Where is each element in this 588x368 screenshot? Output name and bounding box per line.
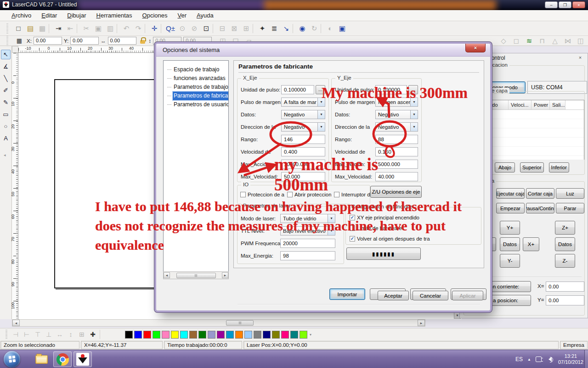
- world-icon[interactable]: ◐: [325, 23, 336, 34]
- color-swatch[interactable]: [235, 331, 243, 339]
- select-tool[interactable]: ↖: [1, 50, 11, 59]
- curve-tool[interactable]: ✎: [1, 98, 11, 107]
- menu-item[interactable]: Herramientas: [91, 10, 137, 21]
- undo-icon[interactable]: ↶: [121, 23, 132, 34]
- rotate-icon[interactable]: ↻: [309, 23, 320, 34]
- language-indicator[interactable]: ES: [515, 356, 523, 362]
- menu-item[interactable]: Ver: [172, 10, 192, 21]
- ungroup-icon[interactable]: ⊠: [229, 23, 240, 34]
- grid-origin-icon[interactable]: ▦: [14, 35, 25, 46]
- tree-item[interactable]: Parametros de trabajo: [164, 83, 228, 92]
- param-field[interactable]: 20000: [280, 239, 335, 248]
- toolbar-icon[interactable]: [77, 24, 80, 33]
- node-icon[interactable]: ◉: [297, 23, 308, 34]
- zoom-window-icon[interactable]: ⊙: [177, 23, 188, 34]
- pan-icon[interactable]: ✛: [149, 23, 160, 34]
- color-swatch[interactable]: [254, 331, 261, 339]
- color-swatch[interactable]: [198, 331, 206, 339]
- table-header[interactable]: Sali...: [550, 100, 565, 109]
- jog-z-minus-button[interactable]: Z-: [555, 254, 575, 268]
- palette-more-icon[interactable]: ▾: [310, 333, 311, 337]
- jog-x-plus-button[interactable]: X+: [523, 237, 539, 251]
- toolbar-icon[interactable]: [213, 24, 216, 33]
- color-swatch[interactable]: [281, 331, 289, 339]
- checkbox-icon[interactable]: [350, 236, 355, 242]
- node-edit-tool[interactable]: ∡: [1, 62, 11, 71]
- lock-ratio-icon[interactable]: [140, 40, 145, 44]
- distribute-icon[interactable]: ⊞: [76, 329, 87, 339]
- machine-button[interactable]: Pausa/Continu: [526, 203, 554, 213]
- color-swatch[interactable]: [134, 331, 142, 339]
- network-icon[interactable]: [536, 356, 542, 362]
- data-list-icon[interactable]: ≣: [269, 23, 280, 34]
- center-h-icon[interactable]: ↔: [54, 329, 65, 339]
- start-button[interactable]: [4, 351, 20, 368]
- machine-button[interactable]: Ejecutar caja: [496, 188, 525, 199]
- maximize-button[interactable]: ❐: [559, 1, 571, 8]
- pick-icon[interactable]: ↘: [281, 23, 292, 34]
- taskbar-chrome-button[interactable]: [53, 351, 72, 367]
- jog-z-plus-button[interactable]: Z+: [555, 221, 575, 235]
- param-field[interactable]: 0.160: [375, 147, 418, 156]
- copy-icon[interactable]: ▣: [93, 23, 104, 34]
- accept-button[interactable]: Aceptar: [378, 291, 409, 300]
- checkbox-icon[interactable]: [334, 192, 339, 197]
- toolbar-icon[interactable]: [293, 24, 296, 33]
- redo-icon[interactable]: ↷: [133, 23, 144, 34]
- scroll-left-icon[interactable]: ◄: [12, 320, 20, 326]
- machine-button[interactable]: Cortar caja: [526, 188, 554, 199]
- config-checkbox[interactable]: Volver al origen despues de tra: [350, 233, 477, 244]
- jog-y-minus-button[interactable]: Y-: [500, 254, 520, 268]
- taskbar-explorer-button[interactable]: [32, 351, 51, 367]
- x-pos-field[interactable]: 0.00: [546, 282, 584, 292]
- test-bars-button[interactable]: ▮▮▮▮▮▮: [346, 247, 421, 260]
- color-swatch[interactable]: [263, 331, 271, 339]
- toolbar-icon[interactable]: [49, 24, 52, 33]
- width-field[interactable]: 0.00: [108, 37, 136, 45]
- mirror-h-icon[interactable]: ⋈: [562, 35, 573, 46]
- group-icon[interactable]: ⊟: [217, 23, 228, 34]
- snap-center-icon[interactable]: ✚: [87, 329, 98, 339]
- param-field[interactable]: 146: [281, 135, 325, 144]
- pen-tool[interactable]: ✐: [1, 86, 11, 95]
- table-header[interactable]: Veloci...: [509, 100, 531, 109]
- toolbar-icon[interactable]: [253, 24, 256, 33]
- color-swatch[interactable]: [153, 331, 160, 339]
- param-field[interactable]: Negativo: [281, 122, 325, 132]
- param-field[interactable]: 88: [375, 135, 418, 144]
- open-icon[interactable]: ▤: [25, 23, 36, 34]
- bridge-icon[interactable]: ⊓: [537, 35, 548, 46]
- export-icon[interactable]: ⇤: [65, 23, 76, 34]
- ellipse-tool[interactable]: ○: [1, 121, 11, 131]
- tree-item[interactable]: funciones avanzadas: [164, 74, 228, 83]
- datos-left-button[interactable]: Datos: [500, 237, 520, 251]
- align-bottom-icon[interactable]: ⊥: [43, 329, 54, 339]
- tree-scrollbar[interactable]: ◄ ►: [163, 271, 229, 279]
- x-coord-field[interactable]: 0.00: [34, 37, 62, 45]
- zoom-out-icon[interactable]: ⊘: [189, 23, 200, 34]
- menu-item[interactable]: Archivo: [6, 10, 36, 21]
- color-swatch[interactable]: [226, 331, 234, 339]
- param-field[interactable]: 40.000: [375, 172, 418, 181]
- color-swatch[interactable]: [208, 331, 215, 339]
- rectangle-tool[interactable]: ▭: [1, 109, 11, 119]
- dialog-titlebar[interactable]: Opciones del sistema ×: [156, 44, 490, 57]
- save-icon[interactable]: ▦: [37, 23, 48, 34]
- color-swatch[interactable]: [180, 331, 188, 339]
- zoom-page-icon[interactable]: ⊡: [201, 23, 212, 34]
- output-icon[interactable]: ▣: [337, 23, 348, 34]
- param-field[interactable]: Negativo: [375, 110, 418, 119]
- color-swatch[interactable]: [244, 331, 252, 339]
- color-swatch[interactable]: [272, 331, 280, 339]
- checkbox-icon[interactable]: [240, 192, 246, 197]
- layer-order-button[interactable]: Abajo: [495, 162, 515, 172]
- cut-icon[interactable]: ✂: [81, 23, 92, 34]
- color-swatch[interactable]: [217, 331, 225, 339]
- minimize-button[interactable]: –: [545, 1, 558, 8]
- layer-table[interactable]: ModoVeloci...PowerSali...: [482, 100, 584, 160]
- trim-icon[interactable]: ◻: [511, 35, 522, 46]
- machine-button[interactable]: Empezar: [496, 203, 525, 213]
- canvas-h-scrollbar[interactable]: ◄ ►: [12, 319, 425, 327]
- zoom-icon[interactable]: Q±: [165, 23, 176, 34]
- menu-item[interactable]: Ayuda: [192, 10, 219, 21]
